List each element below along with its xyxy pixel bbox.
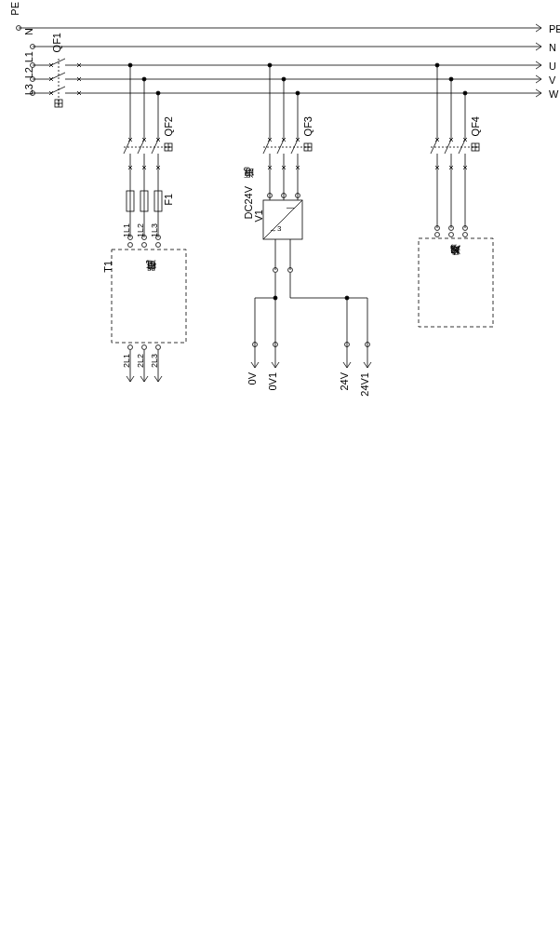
svg-point-129 — [449, 233, 454, 237]
input-l1: L1 — [23, 51, 34, 62]
breaker-qf3 — [263, 138, 312, 169]
svg-point-128 — [435, 233, 440, 237]
breaker-qf1 — [49, 59, 81, 107]
svg-point-69 — [296, 91, 300, 95]
label-dc24-name: DC24V电源 — [242, 186, 256, 219]
input-n: N — [23, 28, 34, 35]
svg-line-14 — [51, 73, 65, 79]
label-24v1: 24V1 — [359, 372, 370, 397]
input-l3: L3 — [23, 84, 34, 95]
fuse-f1 — [127, 191, 162, 211]
label-qf4: QF4 — [470, 116, 481, 136]
input-l2: L2 — [23, 67, 34, 78]
label-24v: 24V — [339, 372, 350, 391]
bus-label-n: N — [549, 42, 556, 53]
label-1l3: 1L3 — [150, 223, 159, 237]
bus-label-u: U — [549, 61, 556, 72]
svg-line-72 — [291, 140, 298, 154]
label-qf2: QF2 — [163, 116, 174, 136]
bus-label-pe: PE — [549, 23, 560, 34]
svg-point-110 — [449, 77, 453, 81]
label-0v: 0V — [247, 372, 258, 385]
svg-line-71 — [277, 140, 284, 154]
svg-line-113 — [445, 140, 451, 154]
svg-line-29 — [124, 140, 130, 154]
breaker-qf2 — [124, 138, 172, 169]
bus-label-v: V — [549, 74, 555, 86]
svg-point-130 — [463, 233, 468, 237]
psu-ac-sym: ～ — [269, 224, 277, 236]
svg-point-60 — [156, 345, 161, 350]
svg-point-27 — [142, 77, 146, 81]
svg-line-13 — [51, 59, 65, 65]
psu-3ph: 3 — [277, 224, 281, 233]
svg-point-109 — [435, 63, 439, 67]
breaker-qf4 — [431, 138, 479, 169]
branch-dc24v — [251, 63, 371, 368]
label-1l1: 1L1 — [122, 223, 131, 237]
input-pe: PE — [9, 2, 20, 16]
svg-line-70 — [263, 140, 270, 154]
branch-fan — [419, 63, 493, 327]
label-qf1: QF1 — [51, 33, 62, 52]
label-f1: F1 — [163, 194, 174, 206]
svg-point-104 — [273, 296, 277, 300]
svg-line-30 — [138, 140, 144, 154]
svg-point-54 — [128, 243, 133, 248]
psu-dc-sym: — — [287, 203, 295, 212]
label-2l2: 2L2 — [136, 354, 145, 368]
label-0v1: 0V1 — [267, 372, 278, 391]
svg-line-114 — [459, 140, 465, 154]
label-1l2: 1L2 — [136, 223, 145, 237]
svg-point-58 — [128, 345, 133, 350]
svg-point-55 — [142, 243, 147, 248]
svg-point-59 — [142, 345, 147, 350]
svg-point-28 — [156, 91, 160, 95]
label-t1: T1 — [102, 261, 113, 273]
svg-line-31 — [152, 140, 158, 154]
svg-line-15 — [51, 87, 65, 93]
schematic-canvas — [0, 0, 560, 931]
svg-rect-131 — [419, 238, 493, 327]
label-2l1: 2L1 — [122, 354, 131, 368]
svg-rect-57 — [112, 250, 186, 343]
svg-point-26 — [128, 63, 132, 67]
label-qf3: QF3 — [302, 116, 313, 136]
svg-point-68 — [282, 77, 286, 81]
svg-point-105 — [345, 296, 349, 300]
svg-point-67 — [268, 63, 272, 67]
bus-label-w: W — [549, 88, 558, 100]
svg-point-56 — [156, 243, 161, 248]
svg-point-111 — [463, 91, 467, 95]
label-2l3: 2L3 — [150, 354, 159, 368]
branch-reactor — [112, 63, 186, 382]
svg-line-112 — [431, 140, 437, 154]
